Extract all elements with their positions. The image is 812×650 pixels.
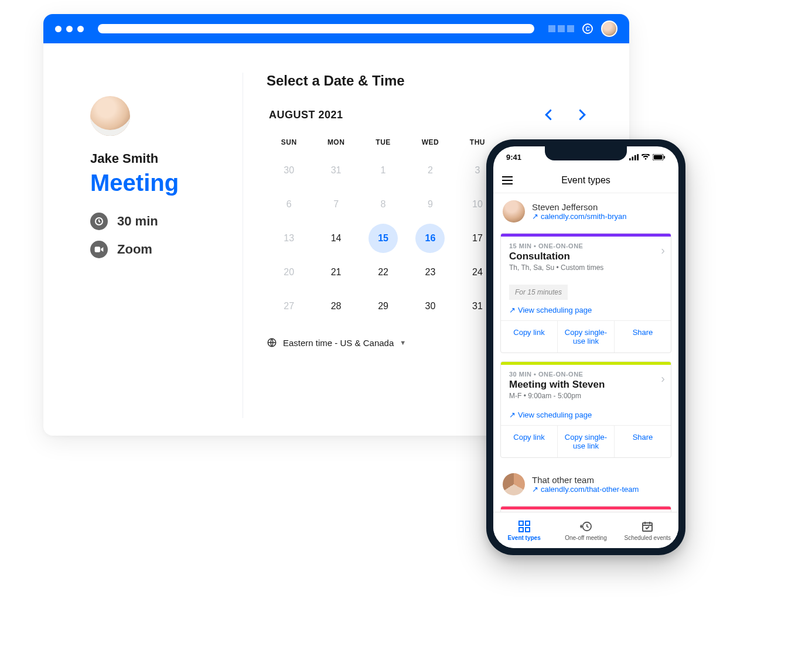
calendar-day: 30 <box>415 292 445 321</box>
next-month-button[interactable] <box>573 105 592 124</box>
month-label: AUGUST 2021 <box>269 109 539 121</box>
url-bar[interactable] <box>98 24 534 33</box>
share-button[interactable]: Share <box>614 426 671 457</box>
user-link[interactable]: ↗ calendly.com/smith-bryan <box>532 212 626 221</box>
duration-value: 30 min <box>117 214 158 229</box>
wifi-icon <box>641 154 650 160</box>
timezone-label: Eastern time - US & Canada <box>283 338 394 348</box>
calendar-day: 23 <box>415 258 445 287</box>
svg-rect-5 <box>634 155 636 160</box>
copy-link-button[interactable]: Copy link <box>501 426 557 457</box>
calendar-day: 31 <box>322 156 351 185</box>
clock-icon <box>90 213 108 230</box>
svg-rect-13 <box>526 528 530 532</box>
link-out-icon: ↗ <box>532 212 538 221</box>
availability-chip: For 15 minutes <box>509 285 568 300</box>
tab-event-types[interactable]: Event types <box>493 512 555 548</box>
status-icons <box>629 154 666 160</box>
event-info-panel: Jake Smith Meeting 30 min Zoom <box>61 73 243 418</box>
chevron-right-icon[interactable]: › <box>661 244 665 257</box>
calendar-day: 13 <box>274 224 303 253</box>
duration-row: 30 min <box>90 213 243 230</box>
user-avatar <box>503 200 525 223</box>
svg-rect-10 <box>519 521 523 525</box>
calendar-day: 30 <box>274 156 303 185</box>
copy-single-link-button[interactable]: Copy single-use link <box>557 426 614 457</box>
share-button[interactable]: Share <box>614 321 671 353</box>
tab-label: Event types <box>508 535 541 541</box>
link-out-icon: ↗ <box>509 410 516 419</box>
prev-month-button[interactable] <box>539 105 558 124</box>
status-time: 9:41 <box>506 153 521 162</box>
location-row: Zoom <box>90 241 243 258</box>
team-avatar <box>503 473 525 495</box>
window-controls[interactable] <box>55 26 84 32</box>
calendar-day: 28 <box>322 292 351 321</box>
view-page-link[interactable]: ↗ View scheduling page <box>501 407 671 425</box>
section-title: Select a Date & Time <box>267 73 594 89</box>
globe-icon <box>267 337 277 348</box>
host-avatar <box>90 96 130 136</box>
profile-avatar[interactable] <box>601 20 617 37</box>
app-body[interactable]: Steven Jefferson ↗ calendly.com/smith-br… <box>493 193 678 512</box>
chevron-right-icon[interactable]: › <box>661 372 665 385</box>
tab-label: Scheduled events <box>625 535 671 541</box>
calendar-day: 14 <box>322 224 351 253</box>
calendar-day: 20 <box>274 258 303 287</box>
app-title: Event types <box>493 175 678 186</box>
event-card-meeting-with-steven[interactable]: › 30 MIN • ONE-ON-ONE Meeting with Steve… <box>500 361 671 458</box>
calendar-day[interactable]: 16 <box>415 224 445 253</box>
card-meta: 30 MIN • ONE-ON-ONE <box>509 371 663 378</box>
link-out-icon: ↗ <box>532 485 538 494</box>
team-link[interactable]: ↗ calendly.com/that-other-team <box>532 485 639 494</box>
caret-down-icon: ▼ <box>400 339 406 346</box>
user-name: Steven Jefferson <box>532 202 626 212</box>
calendly-logo-icon: C <box>582 23 593 34</box>
signal-icon <box>629 154 639 160</box>
svg-rect-11 <box>526 521 530 525</box>
menu-icon[interactable] <box>501 176 513 185</box>
tab-scheduled-events[interactable]: Scheduled events <box>617 512 678 548</box>
battery-icon <box>653 154 666 160</box>
card-actions: Copy link Copy single-use link Share <box>501 320 671 353</box>
card-actions: Copy link Copy single-use link Share <box>501 425 671 457</box>
event-card-team-meeting[interactable]: › 15 MIN • ROUND ROBIN Team Meeting <box>500 506 671 512</box>
browser-titlebar: C <box>43 14 629 43</box>
extension-icons[interactable] <box>548 25 574 32</box>
calendar-day: 21 <box>322 258 351 287</box>
card-subtitle: Th, Th, Sa, Su • Custom times <box>509 264 663 272</box>
calendar-day: 1 <box>369 156 398 185</box>
calendar-day: 7 <box>322 190 351 219</box>
event-card-consultation[interactable]: › 15 MIN • ONE-ON-ONE Consultation Th, T… <box>500 233 671 353</box>
view-page-link[interactable]: ↗ View scheduling page <box>501 302 671 320</box>
day-of-week: WED <box>408 132 452 152</box>
tab-label: One-off meeting <box>565 535 607 541</box>
card-title: Meeting with Steven <box>509 379 663 391</box>
svg-rect-6 <box>637 154 639 160</box>
svg-rect-1 <box>95 247 100 252</box>
svg-rect-3 <box>629 158 631 160</box>
svg-rect-15 <box>643 523 652 531</box>
calendar-day: 22 <box>369 258 398 287</box>
event-title: Meeting <box>90 170 243 196</box>
phone-notch <box>545 146 627 160</box>
calendar-day: 2 <box>415 156 445 185</box>
copy-single-link-button[interactable]: Copy single-use link <box>557 321 614 353</box>
host-name: Jake Smith <box>90 151 243 166</box>
tab-one-off-meeting[interactable]: One-off meeting <box>555 512 616 548</box>
calendar-day[interactable]: 15 <box>369 224 398 253</box>
location-value: Zoom <box>117 242 152 257</box>
link-out-icon: ↗ <box>509 306 516 314</box>
calendar-day: 8 <box>369 190 398 219</box>
svg-rect-9 <box>664 156 665 159</box>
calendar-icon <box>641 520 654 533</box>
day-of-week: TUE <box>361 132 405 152</box>
phone-screen: 9:41 Event types Steven Jefferson ↗ <box>493 146 678 548</box>
grid-icon <box>518 520 531 533</box>
card-subtitle: M-F • 9:00am - 5:00pm <box>509 392 663 400</box>
calendar-day: 6 <box>274 190 303 219</box>
copy-link-button[interactable]: Copy link <box>501 321 557 353</box>
card-title: Consultation <box>509 251 663 262</box>
day-of-week: MON <box>313 132 358 152</box>
day-of-week: SUN <box>267 132 311 152</box>
